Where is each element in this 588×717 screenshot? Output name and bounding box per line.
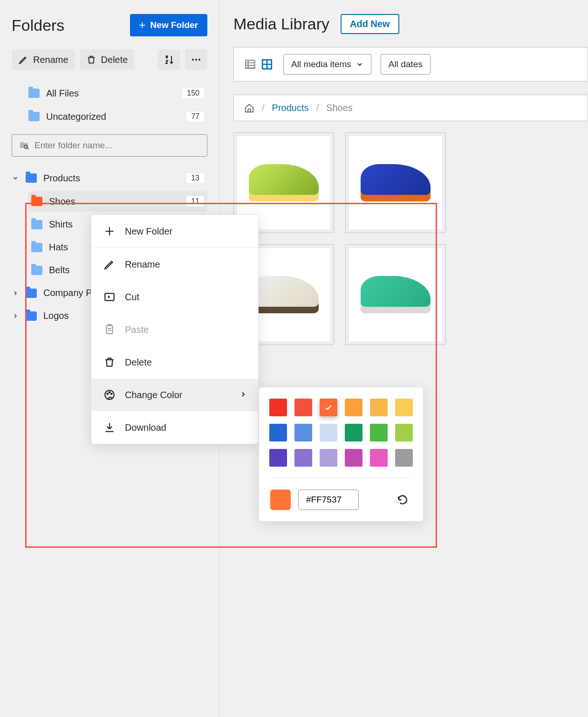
folder-shoes[interactable]: Shoes 11 <box>28 191 207 212</box>
plus-icon: + <box>139 20 146 31</box>
color-reset-button[interactable] <box>393 490 412 509</box>
cm-label: Rename <box>125 259 160 270</box>
sort-button[interactable] <box>158 49 180 70</box>
color-swatch[interactable] <box>294 399 312 416</box>
folder-label: Belts <box>49 265 69 276</box>
breadcrumb: / Products / Shoes <box>233 95 588 121</box>
svg-point-1 <box>195 59 197 61</box>
color-swatch[interactable] <box>269 399 287 416</box>
folder-uncategorized[interactable]: Uncategorized 77 <box>12 106 207 127</box>
delete-button[interactable]: Delete <box>80 49 135 70</box>
grid-icon <box>261 58 273 70</box>
cm-label: New Folder <box>125 226 172 237</box>
color-swatch[interactable] <box>320 449 337 467</box>
svg-point-10 <box>109 392 110 393</box>
trash-icon <box>86 55 96 65</box>
cm-delete[interactable]: Delete <box>91 346 258 379</box>
folder-all-files[interactable]: All Files 150 <box>12 83 207 103</box>
download-icon <box>103 421 116 434</box>
more-button[interactable] <box>185 49 207 70</box>
breadcrumb-sep: / <box>262 103 265 113</box>
thumbnail-shoe <box>361 164 431 201</box>
color-swatch[interactable] <box>345 449 362 467</box>
color-swatch[interactable] <box>345 399 362 416</box>
folder-count: 13 <box>186 172 205 184</box>
thumbnail-shoe <box>249 276 319 313</box>
chevron-right-icon[interactable] <box>12 313 19 319</box>
color-swatch[interactable] <box>395 399 413 416</box>
folder-count: 150 <box>182 88 205 99</box>
rename-button-label: Rename <box>33 55 68 65</box>
cm-change-color[interactable]: Change Color <box>91 379 258 411</box>
cm-rename[interactable]: Rename <box>91 248 258 281</box>
chevron-down-icon[interactable] <box>12 175 19 181</box>
delete-button-label: Delete <box>101 55 128 65</box>
home-icon[interactable] <box>244 103 254 113</box>
cm-label: Change Color <box>125 390 182 400</box>
color-swatch[interactable] <box>370 424 388 441</box>
context-menu: New Folder Rename Cut Paste Delete Chang… <box>91 214 259 444</box>
cm-cut[interactable]: Cut <box>91 281 258 313</box>
cm-label: Paste <box>125 324 149 335</box>
cm-new-folder[interactable]: New Folder <box>91 215 258 248</box>
folder-label: Uncategorized <box>46 111 106 122</box>
folder-icon <box>31 197 42 206</box>
color-swatch[interactable] <box>370 399 388 416</box>
chevron-down-icon <box>356 61 363 68</box>
folder-products[interactable]: Products 13 <box>12 168 207 188</box>
filter-dates-select[interactable]: All dates <box>381 54 431 75</box>
cm-label: Cut <box>125 292 139 303</box>
thumbnail-shoe <box>249 164 319 201</box>
breadcrumb-sep: / <box>316 103 319 113</box>
color-swatch[interactable] <box>320 424 337 441</box>
folder-label: Products <box>43 173 80 184</box>
rename-button[interactable]: Rename <box>12 49 75 70</box>
color-swatch[interactable] <box>395 449 413 467</box>
thumbnail-shoe <box>361 276 431 313</box>
color-swatch[interactable] <box>320 399 337 416</box>
color-preview <box>270 489 291 510</box>
color-swatch[interactable] <box>294 424 312 441</box>
media-item[interactable] <box>345 132 446 233</box>
folder-search-input[interactable] <box>34 140 200 151</box>
color-swatch[interactable] <box>370 449 388 467</box>
new-folder-button[interactable]: + New Folder <box>130 14 207 36</box>
trash-icon <box>103 356 116 368</box>
chevron-right-icon[interactable] <box>12 290 19 296</box>
cm-download[interactable]: Download <box>91 411 258 444</box>
color-swatch[interactable] <box>395 424 413 441</box>
breadcrumb-products[interactable]: Products <box>272 103 309 113</box>
svg-rect-7 <box>107 325 113 333</box>
folder-icon <box>26 173 37 183</box>
add-new-button[interactable]: Add New <box>341 14 399 34</box>
cut-icon <box>103 291 116 303</box>
more-horizontal-icon <box>191 54 202 65</box>
cm-paste: Paste <box>91 313 258 346</box>
undo-icon <box>397 494 409 506</box>
folder-label: Shirts <box>49 219 73 230</box>
svg-point-11 <box>111 393 112 395</box>
view-grid-button[interactable] <box>260 57 274 71</box>
folder-count: 11 <box>186 196 205 207</box>
color-swatch[interactable] <box>294 449 312 467</box>
filter-media-label: All media items <box>291 59 351 69</box>
filter-media-select[interactable]: All media items <box>283 54 371 75</box>
folder-search[interactable] <box>12 134 207 157</box>
color-hex-input[interactable] <box>298 489 359 510</box>
color-swatch[interactable] <box>345 424 362 441</box>
svg-point-2 <box>198 59 200 61</box>
folder-label: Hats <box>49 242 68 253</box>
folder-icon <box>31 266 42 275</box>
media-item[interactable] <box>345 244 446 345</box>
svg-point-0 <box>192 59 194 61</box>
new-folder-button-label: New Folder <box>150 20 198 30</box>
folder-label: Shoes <box>49 196 75 207</box>
color-swatch[interactable] <box>269 424 287 441</box>
svg-rect-4 <box>246 60 255 68</box>
filter-dates-label: All dates <box>389 59 423 69</box>
folder-count: 77 <box>186 111 205 122</box>
plus-icon <box>103 225 116 237</box>
folder-search-icon <box>19 140 30 151</box>
color-swatch[interactable] <box>269 449 287 467</box>
view-list-button[interactable] <box>243 57 257 71</box>
